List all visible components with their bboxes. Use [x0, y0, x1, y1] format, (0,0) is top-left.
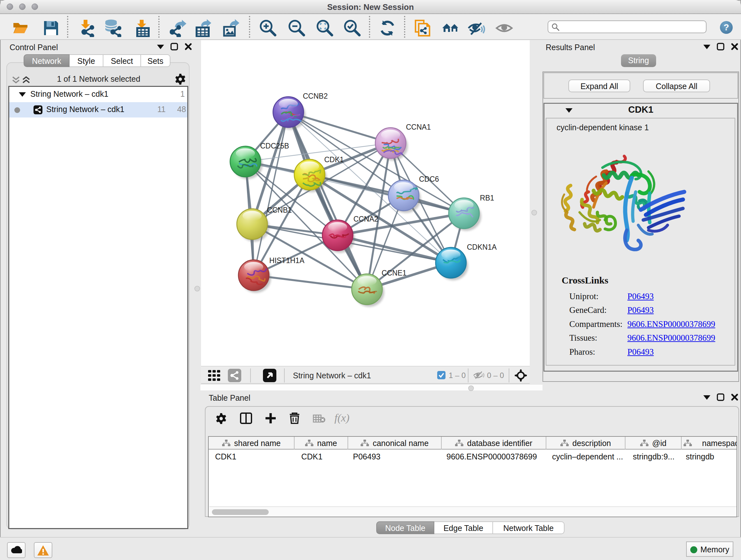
svg-text:CCNB1: CCNB1 — [267, 206, 292, 214]
svg-text:CDK1: CDK1 — [324, 155, 344, 164]
svg-text:HIST1H1A: HIST1H1A — [269, 256, 305, 265]
svg-text:CCNB2: CCNB2 — [303, 92, 328, 100]
svg-text:CDC25B: CDC25B — [260, 142, 289, 150]
svg-text:CDKN1A: CDKN1A — [467, 243, 497, 251]
svg-text:RB1: RB1 — [480, 194, 494, 202]
svg-text:CCNA2: CCNA2 — [353, 215, 378, 223]
svg-text:CCNE1: CCNE1 — [382, 269, 407, 277]
svg-text:CCNA1: CCNA1 — [406, 123, 431, 131]
svg-text:CDC6: CDC6 — [419, 175, 439, 183]
